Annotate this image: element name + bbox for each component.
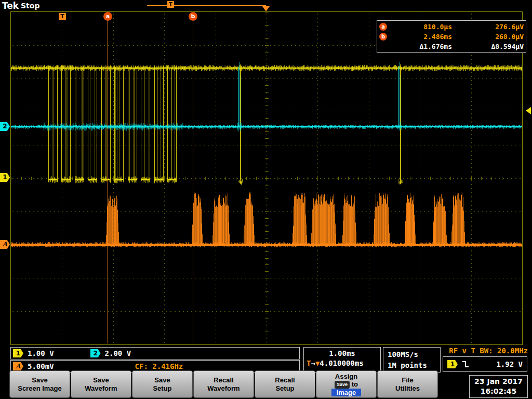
rf-bandwidth-readout: RF v T BW: 20.0MHz [449, 347, 528, 355]
cursor-b-row: b 2.486ms 268.0µV [379, 32, 524, 42]
waveform-canvas [11, 12, 522, 344]
trigger-delay-readout: T→▼4.010000ms [304, 359, 380, 367]
cursor-a-volts: 276.6µV [452, 23, 524, 31]
button-label: Waveform [71, 384, 131, 393]
center-frequency-readout: CF: 2.41GHz [135, 362, 183, 370]
save-waveform-button[interactable]: Save Waveform [71, 370, 131, 398]
acquisition-readout: 100MS/s 1M points [383, 347, 441, 373]
channel-1-badge-icon[interactable]: 1 [13, 349, 23, 357]
datetime-readout: 23 Jan 2017 16:02:45 [469, 375, 528, 398]
record-length: 1M points [388, 360, 440, 371]
assign-target-highlight: Image [331, 389, 362, 396]
delay-arrow-icon: → [311, 359, 315, 367]
acquisition-status: Stop [21, 2, 39, 10]
button-label: Save [10, 376, 70, 384]
cursor-a-line[interactable] [108, 16, 108, 343]
sample-rate: 100MS/s [388, 349, 440, 360]
trigger-source-badge-icon[interactable]: 1 [447, 360, 458, 368]
recall-waveform-button[interactable]: Recall Waveform [193, 370, 254, 398]
trigger-level-value: 1.92 V [496, 360, 523, 368]
channel-2-position-marker[interactable]: 2 [0, 122, 10, 131]
delay-value: 4.010000ms [320, 359, 363, 367]
button-label: Save [71, 376, 131, 384]
button-label: Assign [316, 373, 376, 380]
button-label: Recall [255, 376, 315, 384]
rf-channel-position-marker[interactable]: A [0, 240, 10, 249]
button-label: Recall [194, 376, 254, 384]
tek-logo: Tek [2, 1, 19, 11]
button-label: Setup [132, 384, 192, 393]
cursor-delta-row: Δ1.676ms Δ8.594µV [379, 42, 524, 51]
button-label: File [378, 376, 437, 384]
graticule: T a b a 810.0µs 276.6µV b 2.486ms 268.0µ… [10, 11, 523, 345]
time: 16:02:45 [470, 387, 527, 396]
cursor-b-volts: 268.0µV [452, 33, 524, 41]
channel-2-scale: 2.00 V [105, 349, 131, 357]
timebase-readout: 1.00ms T→▼4.010000ms [303, 347, 381, 373]
rf-scale: 5.00mV [28, 362, 54, 370]
cursor-b-handle[interactable]: b [189, 12, 197, 21]
cursor-a-handle[interactable]: a [103, 12, 112, 21]
trigger-level-marker-icon[interactable] [526, 107, 531, 114]
cursor-b-badge-icon: b [379, 33, 387, 41]
file-utilities-button[interactable]: File Utilities [377, 370, 438, 398]
trigger-readout: 1 1.92 V [443, 356, 527, 372]
timebase-scale: 1.00ms [304, 349, 380, 357]
cursor-a-row: a 810.0µs 276.6µV [379, 22, 524, 32]
expansion-point-marker-icon[interactable] [262, 6, 270, 11]
button-label: Waveform [194, 384, 254, 393]
cursor-b-line[interactable] [193, 16, 193, 343]
oscilloscope-screen: Tek Stop T T a b a 810.0µs 276.6µV b 2.4… [0, 0, 532, 399]
assign-save-to-image-button[interactable]: Assign Save to Image [316, 370, 377, 398]
button-label-row: Image [316, 389, 376, 396]
trigger-point-flag-icon[interactable]: T [59, 13, 66, 20]
recall-setup-button[interactable]: Recall Setup [255, 370, 315, 398]
cursor-readout-box: a 810.0µs 276.6µV b 2.486ms 268.0µV Δ1.6… [377, 20, 526, 53]
falling-edge-icon [461, 360, 470, 368]
button-label: Utilities [378, 384, 437, 393]
channel-1-scale: 1.00 V [28, 349, 54, 357]
button-label: to [352, 380, 358, 388]
channel-1-position-marker[interactable]: 1 [0, 173, 10, 182]
record-trigger-flag-icon[interactable]: T [167, 1, 174, 8]
save-setup-button[interactable]: Save Setup [132, 370, 193, 398]
button-label: Save [132, 376, 192, 384]
cursor-delta-volts: Δ8.594µV [452, 43, 524, 50]
cursor-a-time: 810.0µs [387, 23, 452, 31]
channel-2-badge-icon[interactable]: 2 [90, 349, 101, 357]
date: 23 Jan 2017 [470, 377, 527, 387]
cursor-delta-time: Δ1.676ms [387, 43, 452, 50]
button-label-row: Save to [316, 380, 376, 389]
record-view-bar [147, 5, 266, 6]
channel-2-group: 2 2.00 V [90, 349, 131, 357]
save-screen-image-button[interactable]: Save Screen Image [9, 370, 70, 398]
button-label: Setup [255, 384, 315, 393]
rf-channel-badge-icon[interactable]: A [13, 362, 23, 370]
button-label: Screen Image [10, 384, 70, 393]
channel-scale-readout: 1 1.00 V 2 2.00 V [10, 347, 300, 360]
save-key-icon: Save [335, 381, 350, 389]
cursor-b-time: 2.486ms [387, 33, 452, 41]
cursor-a-badge-icon: a [379, 23, 387, 31]
